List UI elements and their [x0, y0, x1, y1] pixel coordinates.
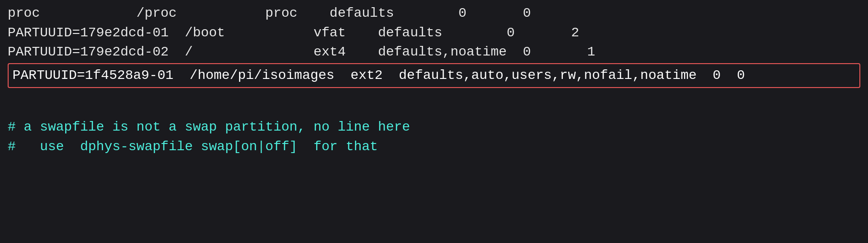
fstab-line-proc: proc /proc proc defaults 0 0 [8, 4, 860, 23]
fstab-line-boot: PARTUUID=179e2dcd-01 /boot vfat defaults… [8, 23, 860, 43]
comment-dphys: # use dphys-swapfile swap[on|off] for th… [8, 137, 860, 157]
blank-spacer [8, 89, 860, 118]
fstab-line-root: PARTUUID=179e2dcd-02 / ext4 defaults,noa… [8, 43, 860, 62]
terminal-content: proc /proc proc defaults 0 0 PARTUUID=17… [8, 4, 860, 157]
comment-swapfile: # a swapfile is not a swap partition, no… [8, 118, 860, 137]
fstab-line-isoimages: PARTUUID=1f4528a9-01 /home/pi/isoimages … [8, 63, 860, 88]
